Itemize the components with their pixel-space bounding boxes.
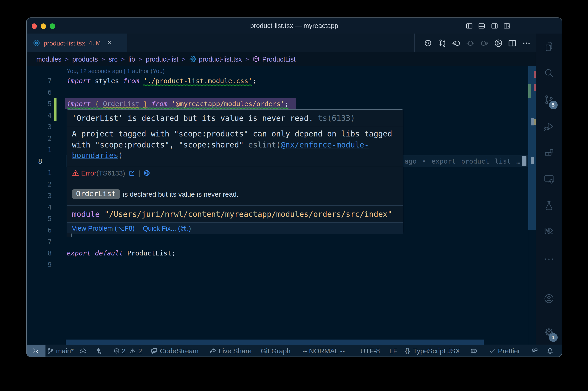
customize-layout-icon[interactable] bbox=[504, 22, 510, 29]
globe-icon[interactable] bbox=[144, 170, 151, 177]
breadcrumb-item-productlist[interactable]: ProductList bbox=[253, 56, 296, 63]
line-number: 5 bbox=[27, 214, 52, 222]
hover-diagnostic-line: 'OrderList' is declared but its value is… bbox=[67, 110, 403, 126]
status-live-share[interactable]: Live Share bbox=[209, 345, 252, 357]
toggle-panel-bottom-icon[interactable] bbox=[478, 22, 485, 29]
breadcrumb-label: lib bbox=[128, 56, 135, 63]
code-token: ; bbox=[252, 77, 256, 85]
react-icon bbox=[189, 56, 196, 63]
live-share-icon bbox=[209, 347, 216, 354]
hover-resize-grip[interactable] bbox=[66, 233, 72, 237]
toggle-panel-right-icon[interactable] bbox=[491, 22, 498, 29]
tab-product-list[interactable]: product-list.tsx 4, M ✕ bbox=[27, 34, 127, 52]
previous-change-icon[interactable] bbox=[466, 39, 474, 47]
hover-diagnostic-source: ts(6133) bbox=[318, 113, 355, 122]
extensions-icon[interactable] bbox=[543, 147, 554, 158]
breadcrumb-item-product-list-tsx[interactable]: product-list.tsx bbox=[189, 56, 242, 63]
bell-icon bbox=[547, 347, 554, 354]
status-feedback[interactable] bbox=[531, 345, 538, 357]
editor-line[interactable]: 6 bbox=[27, 86, 536, 98]
editor-line[interactable]: 8export default ProductList; bbox=[27, 247, 536, 259]
hover-action-view[interactable]: View Problem (⌥F8) bbox=[72, 225, 135, 232]
breadcrumb-item-products[interactable]: products bbox=[72, 56, 98, 63]
status-publish-changes[interactable] bbox=[79, 345, 86, 357]
eslint-rule-link-2[interactable]: boundaries bbox=[72, 151, 118, 160]
status-vim-mode[interactable]: -- NORMAL -- bbox=[303, 345, 345, 357]
status-notifications[interactable] bbox=[547, 345, 554, 357]
accounts-icon[interactable] bbox=[543, 293, 554, 304]
hover-action-quick[interactable]: Quick Fix... (⌘.) bbox=[143, 225, 191, 232]
split-editor-icon[interactable] bbox=[508, 39, 516, 47]
breadcrumb-item-modules[interactable]: modules bbox=[36, 56, 62, 63]
status-remote-indicator[interactable] bbox=[27, 345, 45, 357]
status-label: Prettier bbox=[498, 347, 520, 355]
toggle-panel-left-icon[interactable] bbox=[466, 22, 472, 29]
git-blame-codelens[interactable]: You, 12 seconds ago | 1 author (You) bbox=[67, 66, 165, 76]
editor-line[interactable]: 5import { OrderList } from '@myreactapp/… bbox=[27, 98, 536, 109]
breadcrumb: modules>products>src>lib>product-list>pr… bbox=[27, 52, 536, 66]
breadcrumb-item-src[interactable]: src bbox=[109, 56, 118, 63]
status-label: Git Graph bbox=[261, 347, 291, 355]
status-problems[interactable]: 22 bbox=[113, 345, 142, 357]
code-token bbox=[139, 100, 143, 107]
line-number: 4 bbox=[27, 111, 52, 119]
close-tab-icon[interactable]: ✕ bbox=[107, 40, 112, 46]
next-change-icon[interactable] bbox=[480, 39, 488, 47]
timeline-history-icon[interactable] bbox=[424, 39, 432, 47]
status-encoding[interactable]: UTF-8 bbox=[360, 345, 380, 357]
breadcrumb-item-product-list[interactable]: product-list bbox=[146, 56, 178, 63]
open-external-icon[interactable] bbox=[129, 170, 135, 176]
line-number: 1 bbox=[27, 169, 52, 177]
hover-status-bar: View Problem (⌥F8)Quick Fix... (⌘.) bbox=[67, 222, 403, 234]
editor-line[interactable]: 7 bbox=[27, 236, 536, 247]
nx-console-icon[interactable] bbox=[543, 225, 554, 236]
editor-line[interactable]: 7import styles from './product-list.modu… bbox=[27, 75, 536, 86]
status-git-graph[interactable]: Git Graph bbox=[261, 345, 291, 357]
code-token bbox=[148, 100, 152, 107]
inline-blame: ago • export product list … bbox=[405, 155, 520, 167]
git-graph-view-icon[interactable] bbox=[494, 39, 502, 47]
testing-icon[interactable] bbox=[543, 200, 554, 211]
git-commit-icon bbox=[95, 347, 102, 354]
status-label: -- NORMAL -- bbox=[303, 347, 345, 355]
status-bar: main*22CodeStreamLive ShareGit Graph-- N… bbox=[27, 345, 562, 357]
status-prettier[interactable]: Prettier bbox=[489, 345, 520, 357]
eslint-text: with "scope:products", "scope:shared" bbox=[72, 140, 248, 149]
error-severity-label: Error bbox=[81, 169, 96, 177]
editor-line[interactable]: 9 bbox=[27, 259, 536, 270]
code-token: ; bbox=[285, 100, 289, 107]
check-icon bbox=[489, 347, 496, 354]
editor[interactable]: You, 12 seconds ago | 1 author (You) 7im… bbox=[27, 66, 536, 346]
eslint-rule-link[interactable]: @nx/enforce-module- bbox=[281, 140, 369, 149]
status-git-branch[interactable]: main* bbox=[47, 345, 74, 357]
status-copilot[interactable] bbox=[470, 345, 477, 357]
tab-label: product-list.tsx bbox=[44, 39, 85, 47]
line-number: 6 bbox=[27, 226, 52, 234]
chevron-right-icon: > bbox=[139, 56, 142, 63]
tab-problems-badge: 4, M bbox=[89, 39, 101, 46]
status-commit-graph[interactable] bbox=[95, 345, 102, 357]
error-message-text: is declared but its value is never read. bbox=[121, 190, 239, 198]
explorer-copy-icon[interactable] bbox=[543, 41, 554, 52]
line-number: 7 bbox=[27, 77, 52, 85]
more-views-icon[interactable] bbox=[543, 253, 554, 264]
remote-explorer-icon[interactable] bbox=[543, 174, 554, 185]
run-debug-icon[interactable] bbox=[543, 121, 554, 132]
compare-changes-icon[interactable] bbox=[438, 39, 446, 47]
status-language-mode[interactable]: {}TypeScript JSX bbox=[405, 345, 460, 357]
status-eol[interactable]: LF bbox=[389, 345, 397, 357]
status-label: CodeStream bbox=[160, 347, 198, 355]
status-codestream[interactable]: CodeStream bbox=[151, 345, 198, 357]
chevron-right-icon: > bbox=[182, 56, 186, 63]
ruler-selection-mark bbox=[531, 118, 534, 125]
hover-error-section: Error (TS6133) | OrderList is declared b… bbox=[67, 166, 403, 205]
line-number: 5 bbox=[27, 100, 52, 107]
breadcrumb-item-lib[interactable]: lib bbox=[128, 56, 135, 63]
search-icon[interactable] bbox=[543, 67, 554, 78]
error-code-label: (TS6133) bbox=[96, 169, 125, 177]
more-actions-icon[interactable] bbox=[522, 39, 530, 47]
navigate-back-icon[interactable] bbox=[452, 39, 460, 47]
code-token bbox=[168, 100, 171, 107]
line-number: 8 bbox=[27, 249, 52, 257]
code-token: from bbox=[151, 100, 168, 107]
